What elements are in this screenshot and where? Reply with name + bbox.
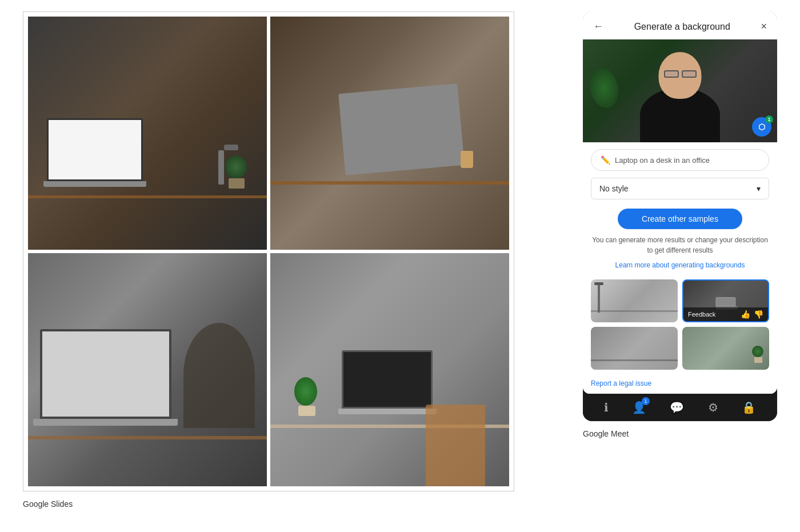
info-nav-icon[interactable]: ℹ [604, 401, 609, 414]
left-section: Google Slides [23, 11, 514, 509]
desk-mini-decor [591, 310, 678, 312]
style-section: No style ▾ [583, 178, 777, 206]
feedback-overlay: Feedback 👍 👎 [683, 307, 768, 321]
people-nav-icon[interactable]: 👤 1 [632, 401, 646, 414]
slide-image-2[interactable] [270, 17, 509, 250]
thumbnail-1[interactable] [591, 279, 678, 322]
prompt-section: ✏️ Laptop on a desk in an office [583, 142, 777, 178]
feedback-icons: 👍 👎 [741, 310, 763, 319]
bg-plant [590, 68, 621, 119]
edit-icon: ✏️ [601, 155, 610, 165]
right-section: ← Generate a background × [583, 11, 777, 438]
close-button[interactable]: × [759, 19, 768, 34]
thumbnail-4[interactable] [682, 327, 769, 370]
lock-nav-icon[interactable]: 🔒 [742, 401, 756, 414]
lamp-head-decor [594, 282, 603, 285]
slide-image-1[interactable] [28, 17, 267, 250]
slides-grid [23, 11, 514, 491]
glasses [664, 70, 697, 78]
meet-caption: Google Meet [583, 429, 629, 438]
prompt-value: Laptop on a desk in an office [615, 156, 710, 165]
layer-badge[interactable]: ⬡ 1 [752, 117, 771, 137]
plant-mini4-decor [752, 346, 765, 363]
thumbnail-2[interactable]: Feedback 👍 👎 [682, 279, 769, 322]
activities-nav-icon[interactable]: ⚙ [708, 401, 718, 414]
meet-panel: ← Generate a background × [583, 11, 777, 421]
feedback-label: Feedback [688, 311, 715, 318]
hint-text: You can generate more results or change … [591, 235, 769, 255]
people-badge: 1 [642, 397, 650, 405]
panel-title: Generate a background [634, 22, 730, 32]
slide-image-4[interactable] [270, 253, 509, 486]
slide-image-3[interactable] [28, 253, 267, 486]
back-button[interactable]: ← [592, 19, 605, 34]
desk3-decor [591, 359, 678, 361]
thumbs-up-icon[interactable]: 👍 [741, 310, 750, 319]
chevron-down-icon: ▾ [757, 184, 761, 193]
video-preview: ⬡ 1 [583, 39, 777, 142]
report-link[interactable]: Report a legal issue [591, 379, 651, 387]
chat-nav-icon[interactable]: 💬 [670, 401, 684, 414]
slides-caption: Google Slides [23, 499, 73, 509]
thumbnail-3[interactable] [591, 327, 678, 370]
meet-header: ← Generate a background × [583, 11, 777, 39]
badge-count: 1 [765, 115, 773, 123]
layer-icon: ⬡ [758, 122, 765, 131]
learn-more-link[interactable]: Learn more about generating backgrounds [615, 261, 745, 269]
report-section: Report a legal issue [583, 374, 777, 394]
prompt-input-field[interactable]: ✏️ Laptop on a desk in an office [591, 149, 769, 171]
style-dropdown[interactable]: No style ▾ [591, 178, 769, 199]
bottom-nav: ℹ 👤 1 💬 ⚙ 🔒 [583, 394, 777, 421]
create-button[interactable]: Create other samples [618, 209, 742, 229]
thumbnail-grid: Feedback 👍 👎 [583, 275, 777, 374]
thumbs-down-icon[interactable]: 👎 [754, 310, 763, 319]
style-value: No style [599, 184, 629, 193]
lamp-mini-decor [598, 284, 600, 313]
meet-inner-panel: ← Generate a background × [583, 11, 777, 394]
create-section: Create other samples You can generate mo… [583, 206, 777, 275]
person-head [659, 52, 702, 99]
